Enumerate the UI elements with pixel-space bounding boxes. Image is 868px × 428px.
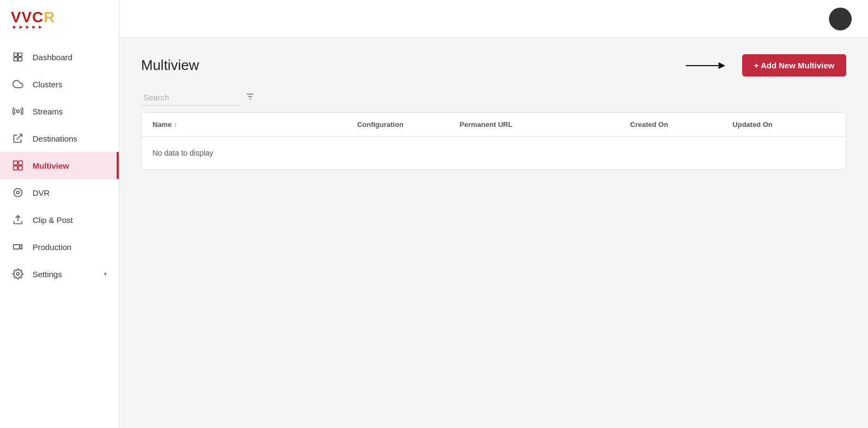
main-content: Multiview + Add New Multiview [119,38,868,428]
sidebar-item-streams[interactable]: Streams [0,98,119,125]
svg-point-13 [17,273,20,276]
production-icon [12,241,24,253]
destinations-icon [12,132,24,144]
col-header-created-on: Created On [630,120,733,129]
sort-asc-icon[interactable]: ↑ [174,121,177,129]
topbar [0,0,868,38]
sidebar-item-settings[interactable]: Settings ▾ [0,260,119,288]
search-input[interactable] [141,90,239,106]
search-input-wrap [141,90,239,106]
svg-point-9 [14,189,22,197]
svg-rect-12 [14,245,20,249]
cloud-icon [12,78,24,90]
col-header-permanent-url: Permanent URL [459,120,630,129]
svg-rect-1 [18,53,22,57]
svg-point-10 [17,191,20,194]
page-header: Multiview + Add New Multiview [141,54,846,76]
svg-rect-3 [18,58,22,61]
col-header-updated-on: Updated On [732,120,835,129]
sidebar-item-multiview[interactable]: Multiview [0,152,119,179]
sidebar-label-multiview: Multiview [33,161,69,170]
svg-rect-5 [14,161,18,165]
settings-icon [12,268,24,280]
arrow-indicator [686,58,729,74]
sidebar-label-streams: Streams [33,107,63,116]
sidebar-item-production[interactable]: Production [0,233,119,260]
filter-icon[interactable] [245,92,255,104]
diamond-icon [12,51,24,63]
sidebar: VVCR ►►►►► Dashboard [0,0,119,428]
sidebar-label-clusters: Clusters [33,80,62,89]
data-table: Name ↑ Configuration Permanent URL Creat… [141,112,846,170]
svg-rect-2 [14,58,18,61]
col-header-name: Name ↑ [152,120,357,129]
dvr-icon [12,187,24,199]
sidebar-label-destinations: Destinations [33,134,78,143]
col-header-configuration: Configuration [357,120,459,129]
header-actions: + Add New Multiview [686,54,846,76]
no-data-message: No data to display [142,137,846,169]
logo: VVCR ►►►►► [0,0,119,38]
add-new-multiview-button[interactable]: + Add New Multiview [742,54,846,76]
svg-point-4 [17,110,20,113]
chevron-down-icon: ▾ [104,270,107,278]
streams-icon [12,105,24,117]
multiview-icon [12,159,24,171]
sidebar-label-dvr: DVR [33,188,50,197]
nav-menu: Dashboard Clusters Streams [0,38,119,428]
sidebar-item-clusters[interactable]: Clusters [0,71,119,98]
clip-post-icon [12,214,24,226]
sidebar-label-production: Production [33,242,72,252]
svg-rect-7 [14,166,18,170]
col-name-label: Name [152,120,171,129]
search-bar-row [141,90,846,106]
user-avatar[interactable] [829,8,852,30]
table-header: Name ↑ Configuration Permanent URL Creat… [142,113,846,137]
sidebar-item-dvr[interactable]: DVR [0,179,119,206]
svg-marker-15 [718,62,725,68]
svg-rect-0 [14,53,18,57]
page-title: Multiview [141,57,199,74]
sidebar-label-dashboard: Dashboard [33,53,72,62]
sidebar-item-clip-post[interactable]: Clip & Post [0,206,119,233]
svg-rect-6 [18,161,23,165]
sidebar-item-dashboard[interactable]: Dashboard [0,43,119,71]
svg-rect-8 [18,166,23,170]
sidebar-label-clip-post: Clip & Post [33,215,73,225]
sidebar-label-settings: Settings [33,270,62,279]
sidebar-item-destinations[interactable]: Destinations [0,125,119,152]
